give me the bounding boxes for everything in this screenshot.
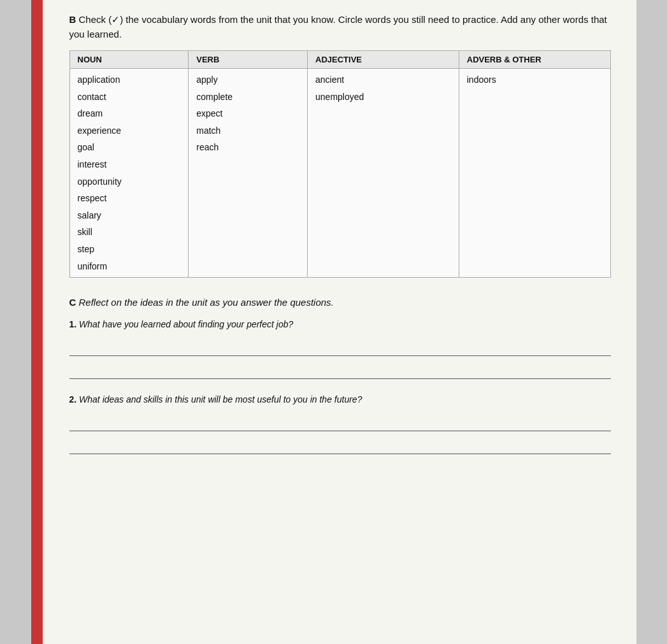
- answer-line-2: [69, 359, 611, 379]
- verb-word-4: match: [196, 122, 299, 140]
- verb-word-1: apply: [196, 71, 299, 89]
- adj-word-1: ancient: [315, 71, 451, 89]
- adverb-header: ADVERB & OTHER: [459, 51, 610, 69]
- noun-word-8: respect: [78, 190, 181, 207]
- section-c-instruction: Reflect on the ideas in the unit as you …: [79, 297, 334, 308]
- verb-header: VERB: [189, 51, 308, 69]
- question-2-answer-area: [69, 411, 611, 454]
- section-b-instruction: Check (✓) the vocabulary words from the …: [69, 14, 607, 39]
- question-2-body: What ideas and skills in this unit will …: [79, 394, 362, 404]
- answer-line-4: [69, 434, 611, 454]
- noun-word-6: interest: [78, 156, 181, 173]
- noun-word-12: uniform: [78, 258, 181, 275]
- noun-word-2: contact: [78, 89, 181, 106]
- verb-word-2: complete: [196, 89, 299, 106]
- section-c: C Reflect on the ideas in the unit as yo…: [69, 297, 611, 454]
- question-1-text: 1. What have you learned about finding y…: [69, 319, 611, 329]
- adjective-cell-1: ancient unemployed: [308, 69, 459, 278]
- noun-word-11: step: [78, 241, 181, 258]
- question-2-text: 2. What ideas and skills in this unit wi…: [69, 394, 611, 404]
- noun-word-10: skill: [78, 224, 181, 241]
- question-1: 1. What have you learned about finding y…: [69, 319, 611, 379]
- noun-word-3: dream: [78, 105, 181, 122]
- noun-word-4: experience: [78, 122, 181, 140]
- section-b: B Check (✓) the vocabulary words from th…: [69, 13, 611, 278]
- verb-cell-1: apply complete expect match reach: [189, 69, 308, 278]
- table-row: application contact dream experience goa…: [69, 69, 610, 278]
- red-bar: [31, 0, 43, 644]
- page: B Check (✓) the vocabulary words from th…: [31, 0, 636, 644]
- question-2: 2. What ideas and skills in this unit wi…: [69, 394, 611, 454]
- noun-word-7: opportunity: [78, 173, 181, 190]
- noun-word-9: salary: [78, 207, 181, 224]
- question-1-answer-area: [69, 336, 611, 379]
- adjective-header: ADJECTIVE: [308, 51, 459, 69]
- adverb-cell-1: indoors: [459, 69, 610, 278]
- answer-line-3: [69, 411, 611, 431]
- verb-word-3: expect: [196, 105, 299, 122]
- section-c-header: C Reflect on the ideas in the unit as yo…: [69, 297, 611, 308]
- noun-word-1: application: [78, 71, 181, 89]
- question-1-num: 1.: [69, 319, 77, 329]
- adj-word-2: unemployed: [315, 89, 451, 106]
- noun-header: NOUN: [69, 51, 189, 69]
- verb-word-5: reach: [196, 139, 299, 156]
- noun-cell-1: application contact dream experience goa…: [69, 69, 189, 278]
- noun-word-5: goal: [78, 139, 181, 156]
- section-c-label: C: [69, 297, 76, 308]
- question-2-num: 2.: [69, 394, 77, 404]
- adv-word-1: indoors: [467, 71, 603, 89]
- section-b-label: B: [69, 14, 76, 25]
- vocabulary-table: NOUN VERB ADJECTIVE ADVERB & OTHER appli…: [69, 50, 611, 278]
- question-1-body: What have you learned about finding your…: [79, 319, 293, 329]
- section-b-header: B Check (✓) the vocabulary words from th…: [69, 13, 611, 41]
- answer-line-1: [69, 336, 611, 356]
